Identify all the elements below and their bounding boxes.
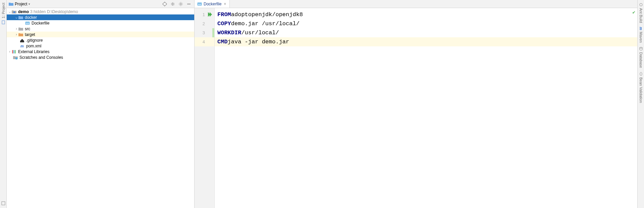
- left-tool-strip: 1: Project: [0, 0, 7, 208]
- maven-tab[interactable]: m Maven: [638, 25, 644, 45]
- chevron-down-icon[interactable]: ⌵: [15, 15, 18, 19]
- gutter-line[interactable]: 4: [195, 37, 214, 46]
- code-area[interactable]: ✔ FROM adoptopenjdk/openjdk8 COPY demo.j…: [215, 8, 637, 208]
- tree-root-path: D:\Desktop\demo: [47, 9, 78, 14]
- locate-icon[interactable]: [161, 1, 168, 7]
- project-icon: [1, 19, 6, 25]
- project-panel: Project ▾ ⌵ demo 3 hidden D:\Desktop\dem…: [7, 0, 195, 208]
- tree-root[interactable]: ⌵ demo 3 hidden D:\Desktop\demo: [7, 9, 194, 14]
- keyword: WORKDIR: [217, 30, 241, 36]
- project-tree[interactable]: ⌵ demo 3 hidden D:\Desktop\demo ⌵ docker…: [7, 8, 194, 208]
- line-number: 4: [203, 39, 205, 44]
- svg-line-15: [182, 3, 182, 3]
- libraries-icon: [11, 49, 17, 54]
- right-tool-strip: Ant Build m Maven Database Bean Validati…: [637, 0, 644, 208]
- gutter-line[interactable]: 2: [195, 19, 214, 28]
- project-tool-tab[interactable]: 1: Project: [0, 1, 7, 27]
- line-number: 2: [203, 21, 205, 26]
- bean-validation-tab[interactable]: Bean Validation: [638, 70, 644, 105]
- code-line-current[interactable]: CMD java -jar demo.jar: [215, 37, 637, 46]
- dropdown-icon: ▾: [29, 2, 30, 6]
- tree-gitignore[interactable]: .gitignore: [7, 37, 194, 43]
- svg-rect-17: [13, 11, 15, 13]
- tree-pom[interactable]: m pom.xml: [7, 43, 194, 49]
- tree-item-label: .gitignore: [26, 38, 43, 43]
- maven-icon: m: [639, 27, 643, 30]
- tree-item-label: External Libraries: [18, 49, 49, 54]
- editor-body: 1 2 3 4 ✔ FROM adoptopenjdk/openjdk8: [195, 8, 637, 208]
- dockerfile-icon: [25, 20, 30, 26]
- code-text: demo.jar /usr/local/: [231, 20, 300, 27]
- folder-icon: [9, 2, 13, 6]
- close-tab-icon[interactable]: ×: [223, 2, 227, 6]
- svg-point-26: [15, 57, 17, 59]
- svg-rect-28: [198, 3, 199, 4]
- tree-scratches[interactable]: Scratches and Consoles: [7, 54, 194, 60]
- keyword: COPY: [217, 20, 231, 27]
- tree-dockerfile[interactable]: Dockerfile: [7, 20, 194, 26]
- editor-tabs: Dockerfile ×: [195, 0, 637, 8]
- editor-area: Dockerfile × 1 2 3 4 ✔: [195, 0, 637, 208]
- svg-rect-19: [26, 23, 27, 23]
- scratches-icon: [13, 55, 18, 60]
- tree-external-libraries[interactable]: › External Libraries: [7, 49, 194, 54]
- tree-root-hidden: 3 hidden: [30, 9, 46, 14]
- chevron-right-icon[interactable]: ›: [15, 27, 18, 31]
- database-label: Database: [639, 52, 643, 68]
- project-view-selector[interactable]: Project ▾: [9, 2, 30, 6]
- run-icon[interactable]: [207, 11, 213, 17]
- ant-icon: [639, 3, 643, 7]
- svg-point-32: [640, 47, 642, 48]
- tree-src-folder[interactable]: › src: [7, 26, 194, 32]
- code-text: /usr/local/: [241, 30, 279, 36]
- folder-icon: [18, 26, 23, 32]
- chevron-right-icon[interactable]: ›: [8, 50, 11, 53]
- svg-point-7: [180, 3, 181, 4]
- gutter-line[interactable]: 1: [195, 10, 214, 19]
- module-folder-icon: [11, 9, 17, 14]
- ant-build-label: Ant Build: [639, 8, 643, 23]
- svg-point-33: [640, 72, 642, 76]
- keyword: CMD: [217, 39, 228, 45]
- svg-rect-24: [13, 50, 14, 53]
- gutter-line[interactable]: 3: [195, 28, 214, 37]
- maven-icon: m: [19, 43, 25, 49]
- svg-rect-29: [199, 3, 200, 4]
- bean-icon: [639, 72, 643, 76]
- ant-build-tab[interactable]: Ant Build: [638, 1, 644, 25]
- tree-item-label: Dockerfile: [32, 21, 49, 26]
- svg-rect-23: [12, 50, 13, 53]
- excluded-folder-icon: [18, 32, 23, 37]
- svg-rect-30: [200, 3, 201, 4]
- code-line[interactable]: FROM adoptopenjdk/openjdk8: [215, 10, 637, 19]
- hide-icon[interactable]: [185, 1, 192, 7]
- bean-validation-label: Bean Validation: [639, 77, 643, 103]
- gitignore-icon: [19, 38, 25, 43]
- code-line[interactable]: WORKDIR /usr/local/: [215, 28, 637, 37]
- tree-item-label: src: [25, 27, 30, 31]
- svg-rect-20: [27, 23, 28, 23]
- tree-target-folder[interactable]: › target: [7, 32, 194, 37]
- svg-rect-22: [20, 39, 24, 42]
- maven-label: Maven: [639, 32, 643, 43]
- vcs-added-marker: [212, 28, 214, 37]
- structure-icon[interactable]: [1, 201, 6, 206]
- line-number: 1: [203, 12, 205, 17]
- code-text: adoptopenjdk/openjdk8: [231, 11, 303, 18]
- dockerfile-icon: [197, 2, 202, 6]
- tab-dockerfile[interactable]: Dockerfile ×: [195, 0, 230, 8]
- gear-icon[interactable]: [177, 1, 184, 7]
- tree-docker-folder[interactable]: ⌵ docker: [7, 14, 194, 20]
- keyword: FROM: [217, 11, 231, 18]
- code-line[interactable]: COPY demo.jar /usr/local/: [215, 19, 637, 28]
- chevron-right-icon[interactable]: ›: [15, 33, 18, 36]
- svg-line-12: [179, 3, 180, 3]
- database-tab[interactable]: Database: [638, 45, 644, 70]
- chevron-down-icon[interactable]: ⌵: [8, 10, 11, 13]
- svg-rect-21: [28, 23, 29, 23]
- collapse-icon[interactable]: [169, 1, 176, 7]
- svg-rect-1: [2, 202, 5, 205]
- line-number: 3: [203, 30, 205, 35]
- project-panel-title: Project: [15, 2, 27, 6]
- inspections-ok-icon[interactable]: ✔: [633, 9, 635, 15]
